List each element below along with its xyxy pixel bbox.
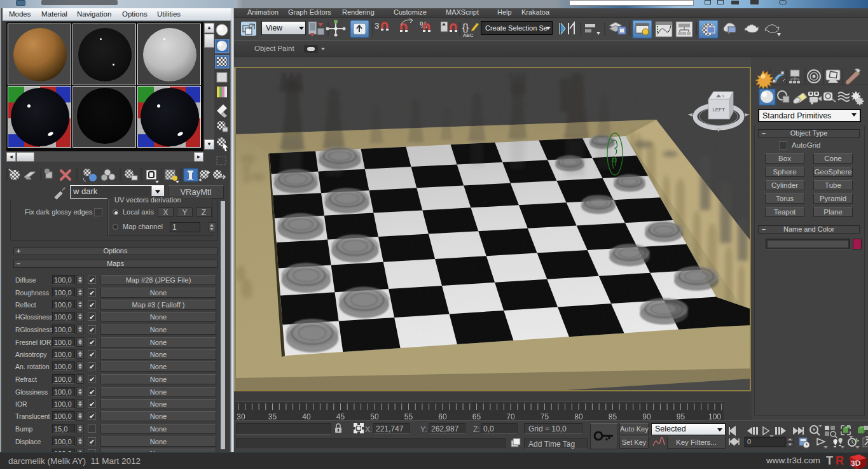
svg-text:0: 0 [747, 438, 751, 445]
svg-text:ABC: ABC [463, 32, 474, 38]
svg-text:3D: 3D [850, 458, 861, 468]
svg-text:R: R [836, 454, 844, 467]
svg-text:{}: {} [462, 22, 469, 32]
svg-text:Standard Primitives: Standard Primitives [762, 111, 831, 120]
svg-text:T: T [826, 454, 833, 467]
svg-text:3: 3 [375, 21, 379, 31]
